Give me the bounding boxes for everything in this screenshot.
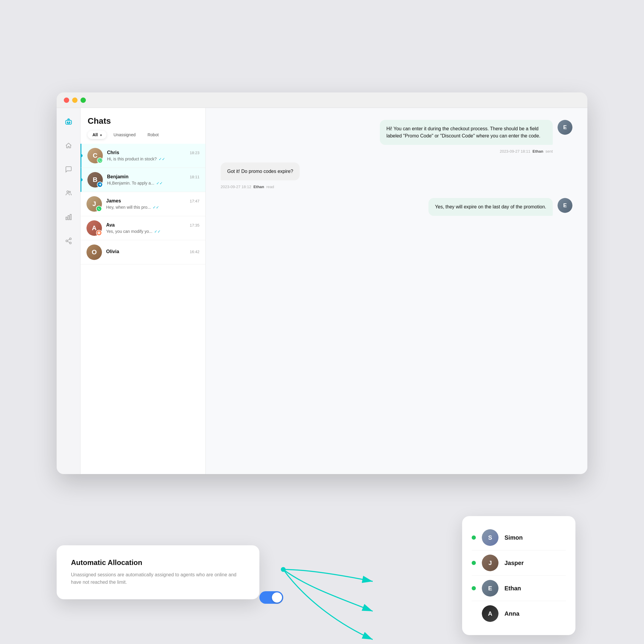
active-indicator <box>81 178 83 181</box>
chat-info-james: James 17:47 Hey, when will this pro... ✓… <box>106 198 199 210</box>
svg-point-4 <box>69 191 70 193</box>
filter-robot[interactable]: Robot <box>143 131 163 139</box>
read-check-icon: ✓✓ <box>153 205 159 210</box>
window-body: Chats All ▾ Unassigned Robot <box>57 108 587 474</box>
svg-line-11 <box>67 241 69 243</box>
sidebar-icon-home[interactable] <box>62 139 75 152</box>
allocation-title: Automatic Allocation <box>71 558 245 567</box>
toggle-knob <box>272 592 282 603</box>
auto-allocation-toggle[interactable] <box>259 591 283 604</box>
chat-preview: Hi,Benjamin. To apply a... <box>107 181 154 185</box>
filter-all[interactable]: All ▾ <box>88 131 106 139</box>
chats-title: Chats <box>88 116 198 126</box>
avatar-wrap: A <box>86 220 102 236</box>
agent-avatar-simon: S <box>482 529 499 546</box>
message-row-received: Got it! Do promo codes expire? 2023-09-2… <box>221 162 572 189</box>
chat-info-chris: Chris 18:23 Hi, is this product in stock… <box>107 150 199 161</box>
message-bubble: Hi! You can enter it during the checkout… <box>380 120 553 145</box>
agent-row-ethan: E Ethan <box>472 576 566 601</box>
online-dot-jasper <box>472 561 476 565</box>
agent-avatar-2: E <box>558 198 572 213</box>
svg-rect-6 <box>68 216 69 220</box>
avatar-wrap: B <box>87 172 103 188</box>
sidebar-icon-chat[interactable] <box>62 163 75 176</box>
chat-main: Hi! You can enter it during the checkout… <box>206 108 587 474</box>
toggle-wrap <box>259 591 283 604</box>
filter-unassigned[interactable]: Unassigned <box>109 131 140 139</box>
chat-item-ava[interactable]: A Ava 17:35 <box>81 216 205 240</box>
allocation-desc: Unassigned sessions are automatically as… <box>71 571 245 586</box>
offline-dot-anna <box>472 612 476 616</box>
agent-name-jasper: Jasper <box>504 560 524 566</box>
agent-name-simon: Simon <box>504 534 523 541</box>
message-bubble: Yes, they will expire on the last day of… <box>428 198 553 216</box>
sidebar-icon-chart[interactable] <box>62 210 75 224</box>
chat-item-james[interactable]: J James 17:47 <box>81 192 205 216</box>
chat-time: 18:23 <box>190 151 199 155</box>
svg-point-8 <box>69 238 71 240</box>
close-button[interactable] <box>64 97 69 103</box>
avatar-wrap: O <box>86 244 102 260</box>
online-dot-ethan <box>472 586 476 590</box>
message-row-sent-2: Yes, they will expire on the last day of… <box>221 198 572 216</box>
avatar-olivia: O <box>86 244 102 260</box>
title-bar <box>57 92 587 108</box>
chat-name: Olivia <box>106 249 119 254</box>
other-badge <box>96 230 102 236</box>
telegram-badge <box>97 182 103 188</box>
chat-preview: Yes, you can modify yo... <box>106 229 152 234</box>
active-indicator <box>81 154 83 157</box>
allocation-card: Automatic Allocation Unassigned sessions… <box>57 545 259 599</box>
panel-header: Chats All ▾ Unassigned Robot <box>81 108 205 144</box>
agent-name-anna: Anna <box>504 610 519 617</box>
chat-info-ava: Ava 17:35 Yes, you can modify yo... ✓✓ <box>106 222 199 234</box>
agent-avatar: E <box>558 120 572 135</box>
agent-row-simon: S Simon <box>472 525 566 550</box>
chat-list-panel: Chats All ▾ Unassigned Robot <box>81 108 206 474</box>
chat-name: Benjamin <box>107 174 129 179</box>
message-meta: 2023-09-27 18:12 Ethan read <box>221 185 274 189</box>
chat-items-list: C Chris 18 <box>81 144 205 474</box>
read-check-icon: ✓✓ <box>154 229 161 234</box>
agents-card: S Simon J Jasper E Ethan A Anna <box>462 516 575 635</box>
svg-point-3 <box>67 191 69 193</box>
avatar-wrap: C <box>87 148 103 163</box>
svg-point-10 <box>69 242 71 244</box>
chat-item-chris[interactable]: C Chris 18 <box>81 144 205 168</box>
chat-name: Chris <box>107 150 119 155</box>
chat-preview: Hey, when will this pro... <box>106 205 151 210</box>
svg-rect-7 <box>70 214 71 220</box>
svg-point-14 <box>281 567 286 572</box>
message-row-sent-1: Hi! You can enter it during the checkout… <box>221 120 572 154</box>
agent-avatar-ethan: E <box>482 580 499 597</box>
chat-name: James <box>106 198 121 204</box>
agent-avatar-jasper: J <box>482 555 499 571</box>
agent-row-anna: A Anna <box>472 601 566 626</box>
agent-row-jasper: J Jasper <box>472 550 566 576</box>
sidebar-icon-share[interactable] <box>62 234 75 247</box>
avatar-wrap: J <box>86 196 102 212</box>
svg-rect-5 <box>66 217 67 220</box>
chat-time: 17:35 <box>190 223 199 227</box>
mac-window: Chats All ▾ Unassigned Robot <box>57 92 587 474</box>
sidebar-icon-team[interactable] <box>62 187 75 200</box>
chat-time: 17:47 <box>190 199 199 203</box>
svg-point-2 <box>69 122 70 123</box>
svg-point-9 <box>66 240 68 242</box>
agent-name-ethan: Ethan <box>504 585 521 592</box>
sidebar-icon-robot[interactable] <box>62 115 75 128</box>
chat-item-olivia[interactable]: O Olivia 16:42 <box>81 240 205 264</box>
chat-time: 16:42 <box>190 250 199 254</box>
svg-line-12 <box>67 239 69 241</box>
minimize-button[interactable] <box>72 97 78 103</box>
message-bubble: Got it! Do promo codes expire? <box>221 162 300 180</box>
chat-item-benjamin[interactable]: B Benjamin 18:11 <box>81 168 205 192</box>
chat-info-benjamin: Benjamin 18:11 Hi,Benjamin. To apply a..… <box>107 174 199 185</box>
scene: Chats All ▾ Unassigned Robot <box>39 69 605 575</box>
chevron-down-icon: ▾ <box>100 134 102 137</box>
online-dot-simon <box>472 535 476 540</box>
chat-info-olivia: Olivia 16:42 <box>106 249 199 256</box>
read-check-icon: ✓✓ <box>159 157 165 161</box>
maximize-button[interactable] <box>81 97 86 103</box>
chat-time: 18:11 <box>190 175 199 179</box>
